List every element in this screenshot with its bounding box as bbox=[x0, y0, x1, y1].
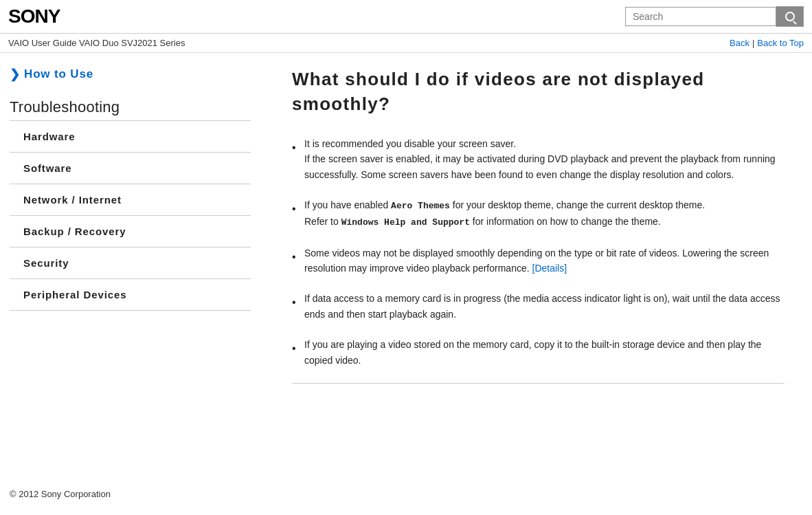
arrow-icon: ❯ bbox=[10, 67, 20, 82]
list-item-text: If you have enabled Aero Themes for your… bbox=[304, 197, 785, 230]
windows-help-text: Windows Help and Support bbox=[341, 217, 470, 228]
aero-themes-text: Aero Themes bbox=[391, 201, 450, 211]
navbar-title: VAIO User Guide VAIO Duo SVJ2021 Series bbox=[8, 38, 185, 48]
bullet-icon: • bbox=[292, 200, 297, 230]
footer: © 2012 Sony Corporation bbox=[0, 479, 812, 509]
details-link[interactable]: [Details] bbox=[532, 263, 567, 274]
copyright-text: © 2012 Sony Corporation bbox=[10, 489, 111, 499]
sidebar: ❯ How to Use Troubleshooting Hardware So… bbox=[0, 53, 258, 479]
bullet-icon: • bbox=[292, 248, 297, 276]
list-item: • It is recommended you disable your scr… bbox=[292, 136, 785, 182]
bullet-icon: • bbox=[292, 139, 297, 182]
list-item: • If you are playing a video stored on t… bbox=[292, 337, 785, 368]
navbar: VAIO User Guide VAIO Duo SVJ2021 Series … bbox=[0, 34, 812, 53]
sidebar-link-peripheral[interactable]: Peripheral Devices bbox=[10, 279, 251, 310]
sidebar-item-network[interactable]: Network / Internet bbox=[10, 184, 251, 216]
sidebar-item-software[interactable]: Software bbox=[10, 153, 251, 184]
sony-logo: SONY bbox=[8, 6, 60, 28]
navbar-links: Back | Back to Top bbox=[730, 38, 804, 48]
sidebar-item-hardware[interactable]: Hardware bbox=[10, 121, 251, 153]
content-divider bbox=[292, 383, 785, 384]
list-item: • If you have enabled Aero Themes for yo… bbox=[292, 197, 785, 230]
search-area bbox=[625, 6, 804, 27]
nav-separator: | bbox=[752, 38, 754, 48]
list-item: • Some videos may not be displayed smoot… bbox=[292, 245, 785, 276]
search-icon bbox=[785, 12, 795, 21]
list-item-text: If data access to a memory card is in pr… bbox=[304, 291, 785, 322]
main-layout: ❯ How to Use Troubleshooting Hardware So… bbox=[0, 53, 812, 479]
list-item-text: Some videos may not be displayed smoothl… bbox=[304, 245, 785, 276]
header: SONY bbox=[0, 0, 812, 34]
content-area: What should I do if videos are not displ… bbox=[258, 53, 812, 479]
sidebar-link-security[interactable]: Security bbox=[10, 248, 251, 278]
content-title: What should I do if videos are not displ… bbox=[292, 67, 785, 117]
sidebar-link-software[interactable]: Software bbox=[10, 153, 251, 184]
search-input[interactable] bbox=[625, 7, 776, 26]
list-item-text: It is recommended you disable your scree… bbox=[304, 136, 785, 182]
search-button[interactable] bbox=[776, 6, 804, 27]
sidebar-item-peripheral[interactable]: Peripheral Devices bbox=[10, 279, 251, 311]
sidebar-nav: Hardware Software Network / Internet Bac… bbox=[10, 121, 251, 311]
sidebar-item-security[interactable]: Security bbox=[10, 248, 251, 279]
sidebar-link-backup[interactable]: Backup / Recovery bbox=[10, 216, 251, 247]
how-to-use-label: How to Use bbox=[24, 67, 93, 81]
sidebar-troubleshooting-title: Troubleshooting bbox=[10, 98, 251, 116]
bullet-icon: • bbox=[292, 294, 297, 322]
back-to-top-link[interactable]: Back to Top bbox=[757, 38, 804, 48]
list-item-text: If you are playing a video stored on the… bbox=[304, 337, 785, 368]
list-item: • If data access to a memory card is in … bbox=[292, 291, 785, 322]
bullet-icon: • bbox=[292, 340, 297, 368]
sidebar-link-hardware[interactable]: Hardware bbox=[10, 121, 251, 152]
content-list: • It is recommended you disable your scr… bbox=[292, 136, 785, 368]
sidebar-how-to-use: ❯ How to Use bbox=[10, 67, 251, 82]
sidebar-link-network[interactable]: Network / Internet bbox=[10, 184, 251, 215]
back-link[interactable]: Back bbox=[730, 38, 749, 48]
sidebar-item-backup[interactable]: Backup / Recovery bbox=[10, 216, 251, 248]
